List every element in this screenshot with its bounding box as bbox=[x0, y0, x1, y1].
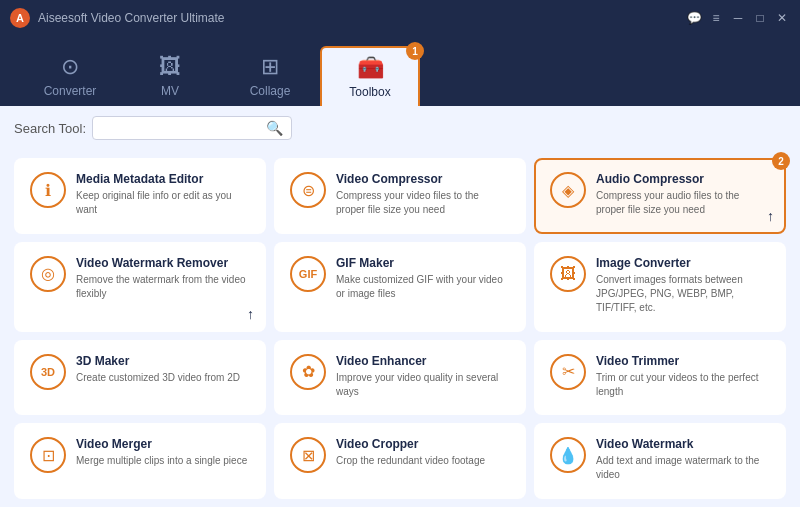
video-cropper-desc: Crop the redundant video footage bbox=[336, 454, 510, 468]
media-metadata-editor-text: Media Metadata EditorKeep original file … bbox=[76, 172, 250, 217]
video-compressor-name: Video Compressor bbox=[336, 172, 510, 186]
nav-bar: ⊙ Converter 🖼 MV ⊞ Collage 1 🧰 Toolbox bbox=[0, 36, 800, 106]
video-watermark-remover-text: Video Watermark RemoverRemove the waterm… bbox=[76, 256, 250, 301]
audio-upload-icon: ↑ bbox=[767, 208, 774, 224]
close-button[interactable]: ✕ bbox=[774, 10, 790, 26]
3d-maker-text: 3D MakerCreate customized 3D video from … bbox=[76, 354, 250, 385]
video-watermark-text: Video WatermarkAdd text and image waterm… bbox=[596, 437, 770, 482]
minimize-button[interactable]: ─ bbox=[730, 10, 746, 26]
audio-compressor-icon: ◈ bbox=[550, 172, 586, 208]
gif-maker-desc: Make customized GIF with your video or i… bbox=[336, 273, 510, 301]
3d-maker-name: 3D Maker bbox=[76, 354, 250, 368]
3d-maker-desc: Create customized 3D video from 2D bbox=[76, 371, 250, 385]
tools-grid: ℹMedia Metadata EditorKeep original file… bbox=[0, 150, 800, 507]
collage-label: Collage bbox=[250, 84, 291, 98]
tool-card-media-metadata-editor[interactable]: ℹMedia Metadata EditorKeep original file… bbox=[14, 158, 266, 234]
app-logo: A bbox=[10, 8, 30, 28]
main-content: Search Tool: 🔍 ℹMedia Metadata EditorKee… bbox=[0, 106, 800, 507]
search-button[interactable]: 🔍 bbox=[266, 120, 283, 136]
gif-maker-text: GIF MakerMake customized GIF with your v… bbox=[336, 256, 510, 301]
chat-button[interactable]: 💬 bbox=[686, 10, 702, 26]
video-trimmer-desc: Trim or cut your videos to the perfect l… bbox=[596, 371, 770, 399]
tool-card-video-trimmer[interactable]: ✂Video TrimmerTrim or cut your videos to… bbox=[534, 340, 786, 416]
maximize-button[interactable]: □ bbox=[752, 10, 768, 26]
nav-item-converter[interactable]: ⊙ Converter bbox=[20, 46, 120, 106]
video-enhancer-desc: Improve your video quality in several wa… bbox=[336, 371, 510, 399]
video-enhancer-name: Video Enhancer bbox=[336, 354, 510, 368]
video-merger-desc: Merge multiple clips into a single piece bbox=[76, 454, 250, 468]
app-title: Aiseesoft Video Converter Ultimate bbox=[38, 11, 225, 25]
video-watermark-remover-icon: ◎ bbox=[30, 256, 66, 292]
video-trimmer-icon: ✂ bbox=[550, 354, 586, 390]
menu-button[interactable]: ≡ bbox=[708, 10, 724, 26]
image-converter-text: Image ConverterConvert images formats be… bbox=[596, 256, 770, 315]
toolbox-label: Toolbox bbox=[349, 85, 390, 99]
gif-maker-name: GIF Maker bbox=[336, 256, 510, 270]
video-watermark-remover-name: Video Watermark Remover bbox=[76, 256, 250, 270]
video-enhancer-text: Video EnhancerImprove your video quality… bbox=[336, 354, 510, 399]
image-converter-icon: 🖼 bbox=[550, 256, 586, 292]
mv-label: MV bbox=[161, 84, 179, 98]
gif-maker-icon: GIF bbox=[290, 256, 326, 292]
tool-card-gif-maker[interactable]: GIFGIF MakerMake customized GIF with you… bbox=[274, 242, 526, 332]
video-merger-name: Video Merger bbox=[76, 437, 250, 451]
video-watermark-name: Video Watermark bbox=[596, 437, 770, 451]
media-metadata-editor-icon: ℹ bbox=[30, 172, 66, 208]
media-metadata-editor-desc: Keep original file info or edit as you w… bbox=[76, 189, 250, 217]
search-input[interactable] bbox=[101, 121, 266, 135]
video-cropper-name: Video Cropper bbox=[336, 437, 510, 451]
image-converter-desc: Convert images formats between JPG/JPEG,… bbox=[596, 273, 770, 315]
video-watermark-icon: 💧 bbox=[550, 437, 586, 473]
collage-icon: ⊞ bbox=[261, 54, 279, 80]
tool-card-image-converter[interactable]: 🖼Image ConverterConvert images formats b… bbox=[534, 242, 786, 332]
search-input-wrapper: 🔍 bbox=[92, 116, 292, 140]
video-cropper-icon: ⊠ bbox=[290, 437, 326, 473]
video-cropper-text: Video CropperCrop the redundant video fo… bbox=[336, 437, 510, 468]
video-compressor-desc: Compress your video files to the proper … bbox=[336, 189, 510, 217]
search-label: Search Tool: bbox=[14, 121, 86, 136]
tool-card-video-compressor[interactable]: ⊜Video CompressorCompress your video fil… bbox=[274, 158, 526, 234]
nav-item-toolbox[interactable]: 1 🧰 Toolbox bbox=[320, 46, 420, 106]
tool-card-3d-maker[interactable]: 3D3D MakerCreate customized 3D video fro… bbox=[14, 340, 266, 416]
tool-card-video-cropper[interactable]: ⊠Video CropperCrop the redundant video f… bbox=[274, 423, 526, 499]
audio-compressor-text: Audio CompressorCompress your audio file… bbox=[596, 172, 770, 217]
video-trimmer-text: Video TrimmerTrim or cut your videos to … bbox=[596, 354, 770, 399]
title-bar: A Aiseesoft Video Converter Ultimate 💬 ≡… bbox=[0, 0, 800, 36]
converter-label: Converter bbox=[44, 84, 97, 98]
media-metadata-editor-name: Media Metadata Editor bbox=[76, 172, 250, 186]
mv-icon: 🖼 bbox=[159, 54, 181, 80]
video-merger-text: Video MergerMerge multiple clips into a … bbox=[76, 437, 250, 468]
video-watermark-desc: Add text and image watermark to the vide… bbox=[596, 454, 770, 482]
tool-card-video-merger[interactable]: ⊡Video MergerMerge multiple clips into a… bbox=[14, 423, 266, 499]
video-compressor-text: Video CompressorCompress your video file… bbox=[336, 172, 510, 217]
tool-card-audio-compressor[interactable]: 2◈Audio CompressorCompress your audio fi… bbox=[534, 158, 786, 234]
tool-card-video-enhancer[interactable]: ✿Video EnhancerImprove your video qualit… bbox=[274, 340, 526, 416]
search-bar: Search Tool: 🔍 bbox=[0, 106, 800, 150]
audio-compressor-name: Audio Compressor bbox=[596, 172, 770, 186]
num-badge-1: 1 bbox=[406, 42, 424, 60]
video-compressor-icon: ⊜ bbox=[290, 172, 326, 208]
tool-card-video-watermark-remover[interactable]: ◎Video Watermark RemoverRemove the water… bbox=[14, 242, 266, 332]
converter-icon: ⊙ bbox=[61, 54, 79, 80]
3d-maker-icon: 3D bbox=[30, 354, 66, 390]
toolbox-icon: 🧰 bbox=[357, 55, 384, 81]
video-watermark-remover-desc: Remove the watermark from the video flex… bbox=[76, 273, 250, 301]
nav-item-mv[interactable]: 🖼 MV bbox=[120, 46, 220, 106]
num-badge-2: 2 bbox=[772, 152, 790, 170]
video-enhancer-icon: ✿ bbox=[290, 354, 326, 390]
tool-card-video-watermark[interactable]: 💧Video WatermarkAdd text and image water… bbox=[534, 423, 786, 499]
image-converter-name: Image Converter bbox=[596, 256, 770, 270]
upload-icon: ↑ bbox=[247, 306, 254, 322]
video-trimmer-name: Video Trimmer bbox=[596, 354, 770, 368]
video-merger-icon: ⊡ bbox=[30, 437, 66, 473]
nav-item-collage[interactable]: ⊞ Collage bbox=[220, 46, 320, 106]
audio-compressor-desc: Compress your audio files to the proper … bbox=[596, 189, 770, 217]
